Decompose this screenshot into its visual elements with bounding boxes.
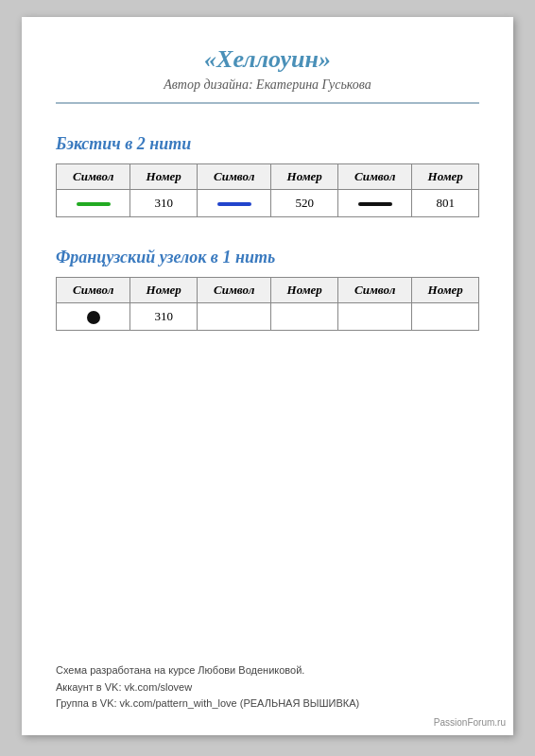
watermark: PassionForum.ru bbox=[434, 717, 506, 728]
symbol-cell bbox=[57, 190, 130, 217]
header: «Хеллоуин» Автор дизайна: Екатерина Гусь… bbox=[56, 45, 479, 104]
symbol-cell bbox=[57, 303, 130, 331]
symbol-cell bbox=[337, 303, 411, 331]
table-row: 310 bbox=[57, 303, 479, 331]
col-header: Символ bbox=[197, 164, 270, 190]
blue-line-icon bbox=[217, 202, 251, 206]
section2-title: Французский узелок в 1 нить bbox=[56, 248, 479, 267]
col-header: Номер bbox=[271, 278, 338, 303]
footer-line1: Схема разработана на курсе Любови Водени… bbox=[56, 662, 479, 679]
page-title: «Хеллоуин» bbox=[56, 45, 479, 74]
col-header: Номер bbox=[412, 164, 479, 190]
number-cell bbox=[412, 303, 479, 331]
section2-table: Символ Номер Символ Номер Символ Номер 3… bbox=[56, 277, 479, 331]
col-header: Номер bbox=[412, 278, 479, 303]
page: «Хеллоуин» Автор дизайна: Екатерина Гусь… bbox=[22, 17, 513, 735]
col-header: Номер bbox=[130, 278, 198, 303]
table-row: 310 520 801 bbox=[57, 190, 479, 217]
footer: Схема разработана на курсе Любови Водени… bbox=[56, 644, 479, 713]
symbol-cell bbox=[337, 190, 411, 217]
footer-line2: Аккаунт в VK: vk.com/slovew bbox=[56, 679, 479, 696]
black-line-icon bbox=[358, 202, 392, 206]
symbol-cell bbox=[197, 303, 270, 331]
footer-line3: Группа в VK: vk.com/pattern_with_love (Р… bbox=[56, 696, 479, 713]
symbol-cell bbox=[197, 190, 270, 217]
col-header: Символ bbox=[197, 278, 270, 303]
green-line-icon bbox=[77, 202, 111, 206]
number-cell: 310 bbox=[130, 190, 198, 217]
page-subtitle: Автор дизайна: Екатерина Гуськова bbox=[56, 77, 479, 93]
section1-table: Символ Номер Символ Номер Символ Номер 3… bbox=[56, 163, 479, 217]
dot-icon bbox=[87, 311, 100, 324]
number-cell: 310 bbox=[130, 303, 198, 331]
number-cell: 801 bbox=[412, 190, 479, 217]
col-header: Номер bbox=[130, 164, 198, 190]
number-cell bbox=[271, 303, 338, 331]
section1-title: Бэкстич в 2 нити bbox=[56, 134, 479, 154]
col-header: Символ bbox=[337, 164, 411, 190]
col-header: Номер bbox=[271, 164, 338, 190]
number-cell: 520 bbox=[271, 190, 338, 217]
col-header: Символ bbox=[57, 278, 130, 303]
col-header: Символ bbox=[337, 278, 411, 303]
col-header: Символ bbox=[57, 164, 130, 190]
